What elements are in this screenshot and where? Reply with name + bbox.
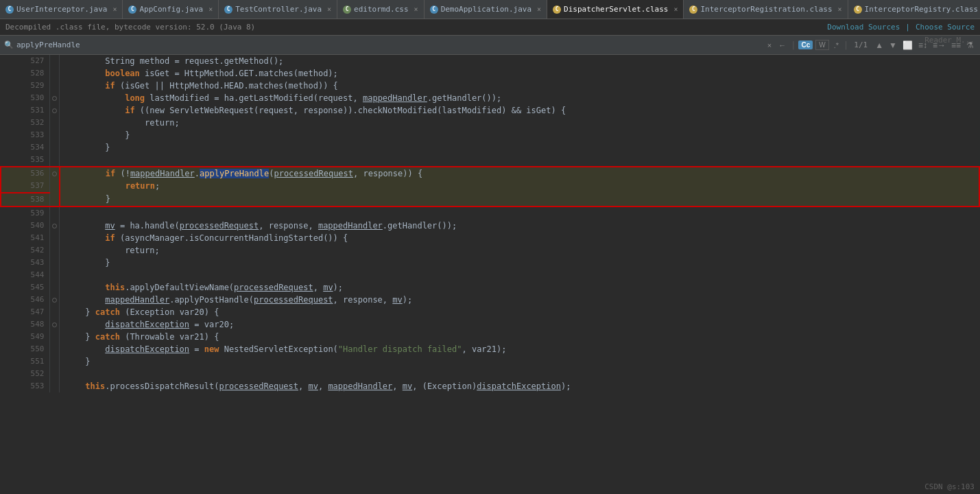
tab-DemoApplication[interactable]: C DemoApplication.java × [425,0,547,19]
prev-match-button[interactable]: ← [776,40,788,51]
tab-DispatcherServlet[interactable]: C DispatcherServlet.class × [547,0,684,19]
line-number: 548 [1,318,50,331]
gutter-dot [52,108,57,113]
line-number: 547 [1,306,50,318]
line-number: 535 [1,154,50,167]
reader-mode-label: Reader M... [924,36,975,45]
code-cell: if (isGet || HttpMethod.HEAD.matches(met… [60,80,979,92]
tab-label: DispatcherServlet.class [564,5,668,14]
css-icon: C [343,5,351,14]
code-cell: this.processDispatchResult(processedRequ… [60,380,979,392]
line-number: 531 [1,104,50,117]
code-editor: 527 String method = request.getMethod();… [0,55,980,494]
gutter-cell [50,141,60,154]
tab-close[interactable]: × [838,5,842,13]
line-number: 527 [1,55,50,67]
toggle-preview-button[interactable]: ⬜ [900,40,915,51]
line-number: 543 [1,257,50,269]
prev-occurrence-button[interactable]: ▲ [873,40,885,51]
java-icon: C [128,5,136,14]
tab-InterceptorRegistry[interactable]: C InterceptorRegistry.class × [848,0,980,19]
line-number: 530 [1,92,50,104]
tab-label: InterceptorRegistry.class [865,5,979,14]
java-icon: C [224,5,232,14]
code-cell [60,154,979,167]
header-bar: Decompiled .class file, bytecode version… [0,19,980,36]
table-row: 536 if (!mappedHandler.applyPreHandle(pr… [1,167,979,180]
decompile-notice: Decompiled .class file, bytecode version… [5,23,255,32]
separator: | [905,23,910,32]
table-row: 531 if ((new ServletWebRequest(request, … [1,104,979,117]
code-cell: mappedHandler.applyPostHandle(processedR… [60,294,979,306]
gutter-cell [50,269,60,281]
tab-editormd[interactable]: C editormd.css × [337,0,425,19]
line-number: 544 [1,269,50,281]
gutter-cell [50,318,60,331]
gutter-cell [50,244,60,257]
code-cell: } catch (Exception var20) { [60,306,979,318]
class-icon: C [689,5,697,14]
line-number: 528 [1,67,50,80]
whole-word-button[interactable]: W [815,40,828,50]
table-row: 542 return; [1,244,979,257]
tab-label: DemoApplication.java [441,5,531,14]
separator: | [791,40,796,50]
gutter-cell [50,67,60,80]
line-number: 539 [1,207,50,220]
table-row: 550 dispatchException = new NestedServle… [1,343,979,355]
choose-source-link[interactable]: Choose Source [916,23,975,32]
gutter-cell [50,180,60,193]
gutter-cell [50,380,60,392]
tab-UserInterceptor[interactable]: C UserInterceptor.java × [0,0,123,19]
tab-close[interactable]: × [208,5,213,13]
download-sources-link[interactable]: Download Sources [827,23,900,32]
gutter-cell [50,306,60,318]
line-number: 552 [1,368,50,380]
table-row: 552 [1,368,979,380]
table-row: 549 } catch (Throwable var21) { [1,331,979,343]
gutter-cell [50,104,60,117]
code-cell: } [60,129,979,141]
table-row: 537 return; [1,180,979,193]
tab-label: InterceptorRegistration.class [700,5,832,14]
gutter-cell [50,281,60,294]
case-sensitive-button[interactable]: Cc [798,40,813,49]
code-cell: if (!mappedHandler.applyPreHandle(proces… [60,167,979,180]
code-cell: dispatchException = var20; [60,318,979,331]
line-number: 542 [1,244,50,257]
table-row: 527 String method = request.getMethod(); [1,55,979,67]
code-cell: if (asyncManager.isConcurrentHandlingSta… [60,232,979,244]
code-cell: return; [60,244,979,257]
header-actions: Download Sources | Choose Source [827,23,975,32]
clear-search-button[interactable]: × [765,40,774,51]
gutter-cell [50,80,60,92]
tab-close[interactable]: × [537,5,541,13]
table-row: 528 boolean isGet = HttpMethod.GET.match… [1,67,979,80]
tab-label: TestController.java [235,5,322,14]
table-row: 540 mv = ha.handle(processedRequest, res… [1,220,979,232]
line-number: 541 [1,232,50,244]
line-number: 546 [1,294,50,306]
tab-close[interactable]: × [414,5,418,13]
search-input[interactable] [16,40,763,49]
tab-InterceptorRegistration[interactable]: C InterceptorRegistration.class × [684,0,848,19]
regex-button[interactable]: .* [832,40,841,51]
java-icon: C [5,5,14,14]
code-cell [60,368,979,380]
line-number: 553 [1,380,50,392]
tab-close[interactable]: × [112,5,117,13]
tab-close[interactable]: × [673,5,678,13]
next-occurrence-button[interactable]: ▼ [887,40,899,51]
table-row: 541 if (asyncManager.isConcurrentHandlin… [1,232,979,244]
code-cell: return; [60,180,979,193]
code-cell: return; [60,117,979,129]
tab-close[interactable]: × [327,5,331,13]
line-number: 538 [1,193,50,207]
gutter-cell [50,343,60,355]
code-cell: this.applyDefaultViewName(processedReque… [60,281,979,294]
gutter-dot [52,298,57,303]
table-row: 538 } [1,193,979,207]
tab-AppConfig[interactable]: C AppConfig.java × [123,0,219,19]
tab-TestController[interactable]: C TestController.java × [219,0,337,19]
line-number: 550 [1,343,50,355]
